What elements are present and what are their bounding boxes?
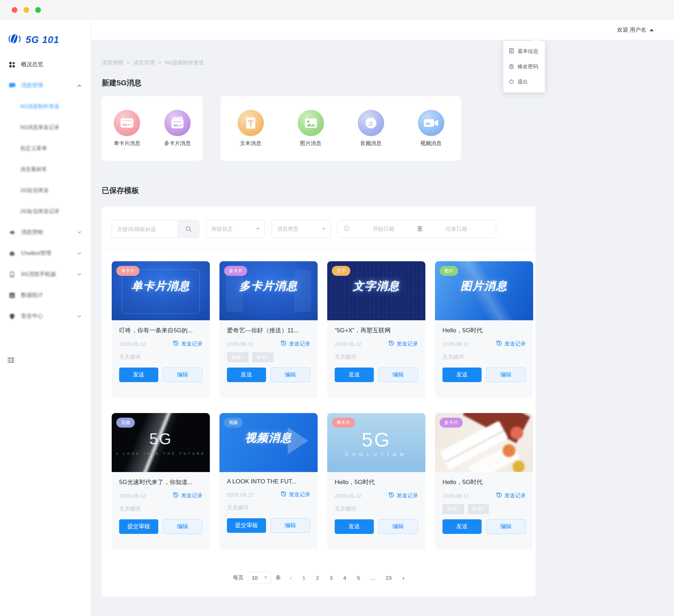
sidebar-subitem-2g-sms-send[interactable]: 2G短信发送 xyxy=(0,180,91,201)
new-message-type-label: 图片消息 xyxy=(300,140,322,147)
template-title: Hello，5G时代 xyxy=(335,478,418,486)
send-log-link[interactable]: 发送记录 xyxy=(281,340,310,347)
breadcrumb-separator: > xyxy=(127,59,130,66)
breadcrumb-separator: > xyxy=(158,59,161,66)
search-input[interactable] xyxy=(112,220,177,237)
brand-name: 5G 101 xyxy=(26,34,59,45)
breadcrumb-item[interactable]: 消息营销 xyxy=(102,59,123,66)
card-type-badge: 文字 xyxy=(332,266,350,276)
keyword-row: 无关键词 xyxy=(442,352,526,362)
template-card-body: “5G+X”，再塑互联网2020.08.12发送记录无关键词发送编辑 xyxy=(327,320,425,382)
primary-action-button[interactable]: 提交审核 xyxy=(227,518,266,533)
edit-button[interactable]: 编辑 xyxy=(486,519,526,534)
new-message-type-multi-card[interactable]: 5G多卡片消息 xyxy=(164,110,191,147)
primary-action-button[interactable]: 发送 xyxy=(119,368,158,382)
sidebar-subitem-2g-sms-records[interactable]: 2G短信发送记录 xyxy=(0,201,91,222)
prev-page-button[interactable]: ‹ xyxy=(290,574,292,581)
user-menu-item-password[interactable]: 修改密码 xyxy=(503,59,545,74)
new-message-type-text[interactable]: 文本消息 xyxy=(238,110,264,147)
send-log-link[interactable]: 发送记录 xyxy=(173,492,202,499)
primary-action-button[interactable]: 发送 xyxy=(442,519,482,534)
primary-action-button[interactable]: 发送 xyxy=(335,368,374,382)
window-minimize-button[interactable] xyxy=(23,7,29,13)
thumbnail-headline: 5G xyxy=(362,428,391,451)
new-message-type-label: 视频消息 xyxy=(420,140,442,147)
primary-action-button[interactable]: 提交审核 xyxy=(119,519,158,534)
new-message-type-audio[interactable]: ♫音频消息 xyxy=(358,110,384,147)
date-range-picker[interactable]: 开始日期 至 结束日期 xyxy=(338,220,496,238)
breadcrumb-item[interactable]: 5G游戏制作发送 xyxy=(165,59,204,66)
topbar: 欢迎 用户名 xyxy=(91,20,674,40)
sidebar-item-chatbot[interactable]: Chatbot管理 xyxy=(0,243,91,264)
page-number-2[interactable]: 2 xyxy=(316,575,319,581)
page-number-3[interactable]: 3 xyxy=(330,575,333,581)
new-message-type-video[interactable]: 5G视频消息 xyxy=(418,110,444,147)
new-message-type-single-card[interactable]: 5G单卡片消息 xyxy=(114,110,140,147)
template-card: 单卡片单卡片消息叮咚，你有一条来自5G的...2020.08.12发送记录无关键… xyxy=(112,261,210,398)
next-page-button[interactable]: › xyxy=(402,574,404,581)
page-number-4[interactable]: 4 xyxy=(343,575,346,581)
send-log-link[interactable]: 发送记录 xyxy=(496,492,526,499)
send-log-link[interactable]: 发送记录 xyxy=(281,491,310,498)
breadcrumb-item[interactable]: 消息管理 xyxy=(133,59,155,66)
sidebar-item-overview[interactable]: 概况总览 xyxy=(0,54,91,75)
window-maximize-button[interactable] xyxy=(35,7,41,13)
sidebar-item-label: 数据统计 xyxy=(21,291,43,299)
sidebar-item-security[interactable]: 安全中心 xyxy=(0,306,91,327)
page-number-5[interactable]: 5 xyxy=(357,575,360,581)
user-menu-item-logout[interactable]: 退出 xyxy=(503,74,545,90)
primary-action-button[interactable]: 发送 xyxy=(442,368,482,382)
sidebar-subitem-5g-create-send[interactable]: 5G消息制作发送 xyxy=(0,96,91,117)
edit-button[interactable]: 编辑 xyxy=(378,368,418,382)
template-title: 5G光速时代来了，你知道... xyxy=(119,478,202,486)
send-log-link[interactable]: 发送记录 xyxy=(496,340,526,347)
multi-card-message-icon: 5G xyxy=(164,110,191,136)
primary-action-button[interactable]: 发送 xyxy=(335,519,374,534)
text-message-icon xyxy=(238,110,264,136)
template-card: 多卡片Hello，5G时代2020.08.12发送记录标签1标签2发送编辑 xyxy=(435,413,533,550)
template-card-body: 5G光速时代来了，你知道...2020.08.12发送记录无关键词提交审核编辑 xyxy=(112,472,210,534)
sidebar-item-statistics[interactable]: 数据统计 xyxy=(0,285,91,306)
card-message-panel: 5G单卡片消息5G多卡片消息 xyxy=(102,96,203,161)
user-welcome[interactable]: 欢迎 用户名 xyxy=(617,26,646,34)
edit-button[interactable]: 编辑 xyxy=(271,368,311,382)
svg-text:5G: 5G xyxy=(174,123,178,127)
edit-button[interactable]: 编辑 xyxy=(163,368,203,382)
window-close-button[interactable] xyxy=(12,7,17,13)
page-number-1[interactable]: 1 xyxy=(302,575,305,581)
status-filter-label: 审核状态 xyxy=(211,226,233,232)
edit-button[interactable]: 编辑 xyxy=(163,519,203,534)
sidebar-item-message-marketing[interactable]: 消息营销 xyxy=(0,222,91,243)
saved-templates-panel: 审核状态 消息类型 开始日期 至 结束日期 单卡片单卡片消息 xyxy=(102,207,536,596)
sidebar-item-5g-mobile[interactable]: 5G消息手机版 xyxy=(0,264,91,285)
sidebar-subitem-material-library[interactable]: 消息素材库 xyxy=(0,159,91,180)
edit-button[interactable]: 编辑 xyxy=(378,519,418,534)
send-log-label: 发送记录 xyxy=(504,341,526,347)
send-log-link[interactable]: 发送记录 xyxy=(388,340,418,347)
new-message-type-image[interactable]: 图片消息 xyxy=(298,110,324,147)
sidebar-collapse-icon[interactable] xyxy=(7,357,15,365)
sidebar-item-message-management[interactable]: 消息管理 xyxy=(0,75,91,96)
primary-action-button[interactable]: 发送 xyxy=(227,368,266,382)
end-date-field[interactable]: 结束日期 xyxy=(423,226,490,232)
app-window: 5G 101 概况总览消息管理5G消息制作发送5G消息发送记录自定义菜单消息素材… xyxy=(0,20,674,616)
send-log-label: 发送记录 xyxy=(289,341,310,347)
page-number-23[interactable]: 23 xyxy=(386,575,392,581)
search-button[interactable] xyxy=(177,220,199,237)
per-page-select[interactable]: 10 xyxy=(248,572,271,583)
card-type-badge: 视频 xyxy=(224,418,243,428)
send-log-link[interactable]: 发送记录 xyxy=(173,340,202,347)
sidebar-nav: 概况总览消息管理5G消息制作发送5G消息发送记录自定义菜单消息素材库2G短信发送… xyxy=(0,54,91,327)
template-thumbnail: 单卡片单卡片消息 xyxy=(112,261,210,320)
status-filter-select[interactable]: 审核状态 xyxy=(206,220,265,238)
type-filter-select[interactable]: 消息类型 xyxy=(272,220,331,238)
send-log-link[interactable]: 发送记录 xyxy=(388,492,418,499)
sidebar-subitem-5g-send-records[interactable]: 5G消息发送记录 xyxy=(0,117,91,138)
card-type-badge: 单卡片 xyxy=(332,418,355,428)
sidebar-subitem-custom-menu[interactable]: 自定义菜单 xyxy=(0,138,91,159)
user-menu-item-profile[interactable]: 基本信息 xyxy=(503,44,545,59)
edit-button[interactable]: 编辑 xyxy=(271,518,311,533)
edit-button[interactable]: 编辑 xyxy=(486,368,526,382)
template-thumbnail: 多卡片 xyxy=(435,413,533,472)
start-date-field[interactable]: 开始日期 xyxy=(350,226,417,232)
